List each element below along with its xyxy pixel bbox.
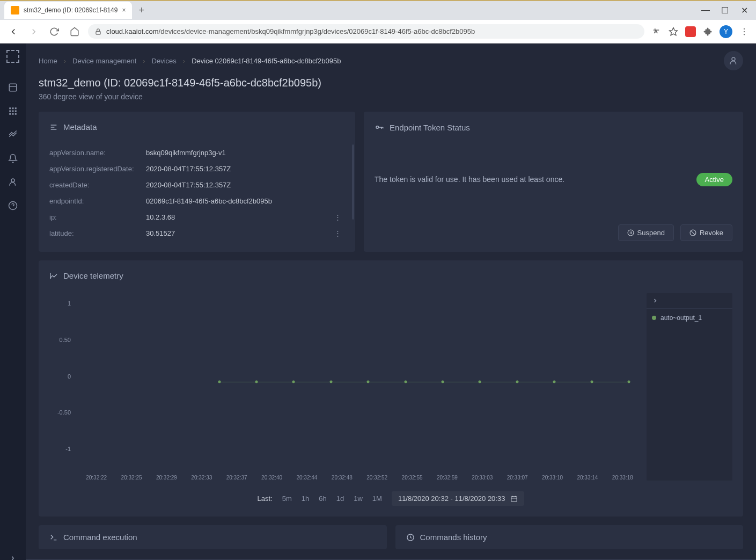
browser-tab[interactable]: stm32_demo (ID: 02069c1f-8149 × <box>4 2 132 19</box>
svg-rect-0 <box>96 31 100 34</box>
home-icon[interactable] <box>68 25 82 39</box>
favicon-icon <box>11 6 19 14</box>
maximize-icon[interactable]: ☐ <box>722 7 728 13</box>
sidebar-item-devices[interactable] <box>0 99 26 123</box>
metadata-row: createdDate: 2020-08-04T17:55:12.357Z <box>49 177 344 193</box>
token-title: Endpoint Token Status <box>390 123 470 132</box>
extensions-icon[interactable] <box>702 26 713 37</box>
metadata-row: appVersion.name: bskq09qikfmmfgrjnp3g-v1 <box>49 144 344 161</box>
logo-icon[interactable] <box>6 50 19 63</box>
time-range-button[interactable]: 5m <box>282 494 292 503</box>
minimize-icon[interactable]: — <box>702 7 709 13</box>
app-root: › Home › Device management › Devices › D… <box>0 43 756 560</box>
revoke-button[interactable]: Revoke <box>680 224 732 241</box>
svg-rect-15 <box>15 113 17 115</box>
sidebar-item-analytics[interactable] <box>0 123 26 147</box>
x-tick: 20:33:14 <box>570 475 605 481</box>
url-path: /devices/device-management/bskq09qikfmmf… <box>159 27 475 35</box>
y-tick: 1 <box>68 300 71 307</box>
time-label: Last: <box>258 494 273 503</box>
chart-point <box>255 381 258 383</box>
svg-point-23 <box>376 126 379 129</box>
metadata-value: 2020-08-04T17:55:12.357Z <box>146 181 344 189</box>
breadcrumb-link[interactable]: Home <box>39 57 57 65</box>
chart-point <box>590 381 593 383</box>
metadata-value: 30.51527 <box>146 229 331 237</box>
metadata-row: latitude: 30.51527 ⋮ <box>49 225 344 241</box>
metadata-key: createdDate: <box>49 181 146 189</box>
reload-icon[interactable] <box>47 25 61 39</box>
metadata-value: bskq09qikfmmfgrjnp3g-v1 <box>146 149 344 157</box>
page-header: stm32_demo (ID: 02069c1f-8149-46f5-a6bc-… <box>26 70 756 112</box>
svg-rect-32 <box>511 496 517 501</box>
x-tick: 20:32:48 <box>325 475 359 481</box>
more-icon[interactable]: ⋮ <box>331 229 344 237</box>
new-tab-button[interactable]: + <box>132 5 151 16</box>
sidebar-item-users[interactable] <box>0 170 26 194</box>
token-card: Endpoint Token Status The token is valid… <box>364 112 743 252</box>
metadata-value: 02069c1f-8149-46f5-a6bc-dc8bcf2b095b <box>146 197 344 205</box>
menu-icon[interactable] <box>739 26 750 37</box>
metadata-title: Metadata <box>63 122 97 132</box>
star-icon[interactable] <box>668 26 679 37</box>
svg-line-31 <box>691 231 695 235</box>
forward-icon[interactable] <box>27 25 41 39</box>
close-window-icon[interactable]: ✕ <box>741 7 747 13</box>
tab-bar: stm32_demo (ID: 02069c1f-8149 × + — ☐ ✕ <box>0 1 756 20</box>
svg-rect-10 <box>9 111 11 112</box>
metadata-row: ip: 10.2.3.68 ⋮ <box>49 209 344 225</box>
time-range-button[interactable]: 1d <box>336 494 344 503</box>
more-icon[interactable]: ⋮ <box>331 213 344 221</box>
svg-rect-12 <box>15 111 17 112</box>
profile-avatar[interactable]: Y <box>720 25 732 38</box>
user-menu-button[interactable] <box>724 51 743 70</box>
url-input[interactable]: cloud.kaaiot.com/devices/device-manageme… <box>88 24 644 39</box>
breadcrumb-link[interactable]: Device management <box>72 57 136 65</box>
svg-rect-14 <box>12 113 14 115</box>
translate-icon[interactable] <box>651 26 662 37</box>
time-controls: Last: 5m1h6h1d1w1M 11/8/2020 20:32 - 11/… <box>49 491 732 506</box>
time-range-button[interactable]: 6h <box>319 494 326 503</box>
breadcrumb-link[interactable]: Devices <box>152 57 177 65</box>
block-icon <box>689 229 696 236</box>
x-tick: 20:32:40 <box>254 475 289 481</box>
chart-point <box>404 381 407 383</box>
suspend-button[interactable]: Suspend <box>618 224 674 241</box>
command-execution-title: Command execution <box>63 533 137 542</box>
sidebar-item-alerts[interactable] <box>0 147 26 170</box>
close-icon[interactable]: × <box>122 6 126 14</box>
legend-item[interactable]: auto~output_1 <box>647 309 732 327</box>
user-icon <box>729 56 738 66</box>
x-tick: 20:32:29 <box>149 475 184 481</box>
breadcrumb: Home › Device management › Devices › Dev… <box>39 57 341 65</box>
sidebar-item-help[interactable] <box>0 194 26 217</box>
back-icon[interactable] <box>6 25 20 39</box>
time-range-picker[interactable]: 11/8/2020 20:32 - 11/8/2020 20:33 <box>392 491 525 506</box>
x-tick: 20:32:55 <box>394 475 429 481</box>
sidebar-item-dashboard[interactable] <box>0 76 26 99</box>
y-tick: -1 <box>65 446 71 452</box>
x-tick: 20:33:07 <box>500 475 535 481</box>
time-range-button[interactable]: 1h <box>302 494 309 503</box>
legend-collapse-button[interactable] <box>647 293 732 309</box>
terminal-icon <box>49 533 58 542</box>
list-icon <box>49 123 58 132</box>
sidebar-expand-button[interactable]: › <box>0 546 26 560</box>
chevron-right-icon: › <box>183 57 185 65</box>
chart-point <box>479 381 481 383</box>
x-tick: 20:33:18 <box>605 475 640 481</box>
y-tick: -0.50 <box>57 409 71 416</box>
chart-point <box>367 381 370 383</box>
x-tick: 20:33:03 <box>465 475 500 481</box>
chart-area[interactable]: 10.500-0.50-1 20:32:2220:32:2520:32:2920… <box>49 293 640 481</box>
command-execution-card: Command execution <box>39 525 387 549</box>
time-range-button[interactable]: 1M <box>372 494 382 503</box>
x-tick: 20:32:25 <box>114 475 149 481</box>
x-tick: 20:32:44 <box>289 475 324 481</box>
time-range-button[interactable]: 1w <box>354 494 363 503</box>
metadata-key: ip: <box>49 213 146 221</box>
breadcrumb-current: Device 02069c1f-8149-46f5-a6bc-dc8bcf2b0… <box>192 57 341 65</box>
chart-point <box>329 381 332 383</box>
extension-icon[interactable] <box>685 26 696 37</box>
x-tick: 20:32:33 <box>184 475 219 481</box>
